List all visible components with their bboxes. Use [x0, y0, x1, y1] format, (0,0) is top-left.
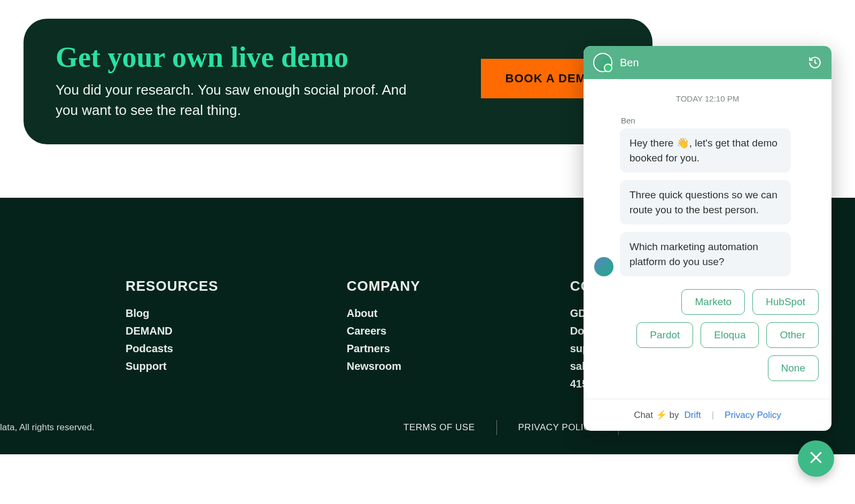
separator-icon: |	[712, 410, 714, 421]
chat-footer: Chat ⚡ by Drift | Privacy Policy	[584, 399, 831, 431]
chat-footer-prefix: Chat ⚡ by	[634, 409, 679, 421]
footer-link[interactable]: Blog	[126, 307, 219, 320]
chat-widget: Ben TODAY 12:10 PM Ben Hey there 👋, let'…	[584, 46, 831, 431]
legal-rest: All rights reserved.	[19, 422, 95, 432]
chat-close-button[interactable]	[798, 440, 834, 477]
cta-subtitle: You did your research. You saw enough so…	[56, 80, 430, 120]
choice-button-hubspot[interactable]: HubSpot	[752, 289, 819, 315]
legal-prefix: lata,	[0, 422, 19, 432]
chat-timestamp: TODAY 12:10 PM	[594, 94, 821, 103]
close-icon	[808, 449, 824, 468]
cta-title: Get your own live demo	[56, 42, 430, 73]
footer-col-title: RESOURCES	[126, 278, 219, 294]
footer-link[interactable]: Podcasts	[126, 343, 219, 355]
choice-button-other[interactable]: Other	[766, 322, 819, 348]
footer-link[interactable]: About	[347, 307, 421, 320]
footer-link[interactable]: Partners	[347, 343, 421, 355]
chat-sender-label: Ben	[621, 116, 821, 125]
chat-message-row: Three quick questions so we can route yo…	[594, 180, 821, 224]
footer-col-title: COMPANY	[347, 278, 421, 294]
chat-footer-brand-link[interactable]: Drift	[684, 410, 701, 421]
agent-avatar-icon	[594, 257, 613, 276]
footer-link[interactable]: Support	[126, 360, 219, 373]
choice-button-eloqua[interactable]: Eloqua	[701, 322, 759, 348]
cta-card: Get your own live demo You did your rese…	[24, 19, 652, 144]
chat-bubble: Three quick questions so we can route yo…	[620, 180, 791, 224]
chat-bubble: Hey there 👋, let's get that demo booked …	[620, 128, 791, 173]
choice-button-none[interactable]: None	[768, 355, 819, 381]
footer-link[interactable]: Newsroom	[347, 360, 421, 373]
agent-avatar-icon	[593, 53, 612, 72]
chat-bubble: Which marketing automation platform do y…	[620, 232, 791, 276]
chat-body: TODAY 12:10 PM Ben Hey there 👋, let's ge…	[584, 79, 831, 399]
chat-message-row: Hey there 👋, let's get that demo booked …	[594, 128, 821, 173]
footer-link[interactable]: Careers	[347, 325, 421, 337]
divider-icon	[496, 420, 497, 435]
chat-header: Ben	[584, 46, 831, 79]
legal-link-terms[interactable]: TERMS OF USE	[403, 422, 475, 433]
footer-col-resources: RESOURCES Blog DEMAND Podcasts Support	[126, 278, 219, 396]
footer-col-company: COMPANY About Careers Partners Newsroom	[347, 278, 421, 396]
cta-text-block: Get your own live demo You did your rese…	[56, 42, 430, 120]
chat-choice-buttons: Marketo HubSpot Pardot Eloqua Other None	[594, 284, 821, 386]
footer-link[interactable]: DEMAND	[126, 325, 219, 337]
choice-button-pardot[interactable]: Pardot	[636, 322, 693, 348]
agent-name: Ben	[620, 57, 808, 69]
legal-copyright: lata, All rights reserved.	[0, 422, 95, 433]
footer-columns: RESOURCES Blog DEMAND Podcasts Support C…	[126, 278, 592, 396]
history-icon[interactable]	[808, 56, 822, 69]
chat-message-row: Which marketing automation platform do y…	[594, 232, 821, 276]
choice-button-marketo[interactable]: Marketo	[681, 289, 745, 315]
chat-footer-privacy-link[interactable]: Privacy Policy	[725, 410, 781, 421]
